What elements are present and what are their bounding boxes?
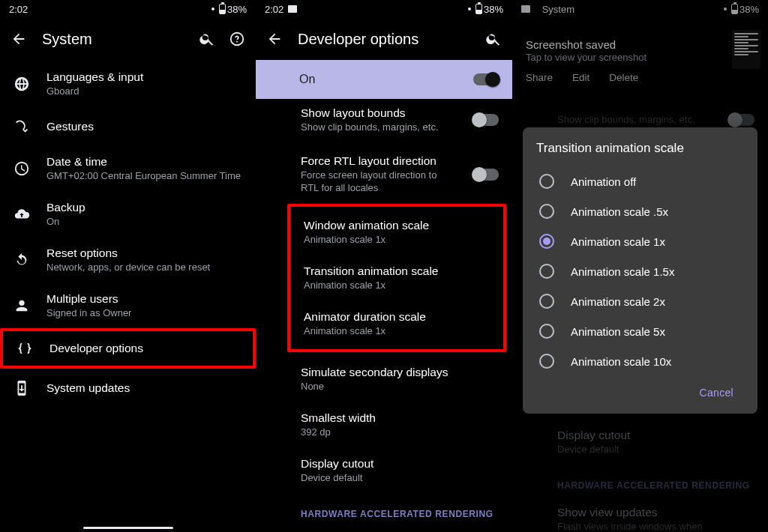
page-title: System [42,31,92,48]
reset-icon [14,252,30,268]
row-sub: Animation scale 1x [304,325,490,338]
option-label: Animation scale 5x [571,325,665,338]
gestures-icon [14,118,30,135]
master-toggle-label: On [299,73,315,86]
app-bar: System [0,18,256,60]
row-title: Backup [46,201,242,214]
row-title: Display cutout [301,457,499,471]
battery-indicator: 38% [476,4,503,15]
status-bar: 2:02 38% [256,0,512,18]
battery-icon [476,4,482,14]
radio-icon [539,204,554,219]
highlight-animation-scales: Window animation scaleAnimation scale 1x… [287,204,506,353]
row-title: Transition animation scale [304,265,490,278]
search-icon[interactable] [199,31,215,47]
row-transition-animation-scale[interactable]: Transition animation scaleAnimation scal… [290,256,503,301]
radio-icon [539,234,554,249]
toggle-layout-bounds[interactable] [473,114,499,126]
dialog-option[interactable]: Animation scale 1x [536,226,744,256]
row-languages[interactable]: Languages & inputGboard [0,61,256,107]
row-sub: Animation scale 1x [304,234,490,247]
row-sub: Gboard [46,85,242,98]
row-sub: Force screen layout direction to RTL for… [301,169,457,195]
dialog-option[interactable]: Animation scale 1.5x [536,256,744,286]
screen-system: 2:02 38% System Languages & inputGboard … [0,0,256,532]
battery-icon [219,4,226,14]
braces-icon [16,340,33,357]
option-label: Animation scale .5x [571,205,668,218]
row-reset[interactable]: Reset optionsNetwork, apps, or device ca… [0,238,256,283]
row-gestures[interactable]: Gestures [0,107,256,146]
row-title: Window animation scale [304,219,490,232]
dialog-option[interactable]: Animation scale .5x [536,196,744,226]
row-system-updates[interactable]: System updates [0,369,256,408]
row-title: Smallest width [301,411,499,425]
row-sub: None [301,381,499,393]
option-label: Animation scale 2x [571,295,665,308]
row-title: Languages & input [46,70,242,84]
master-toggle[interactable] [473,73,499,85]
row-title: Multiple users [46,292,242,306]
row-backup[interactable]: BackupOn [0,192,256,238]
section-hardware-rendering: HARDWARE ACCELERATED RENDERING [256,494,512,525]
option-label: Animation scale 1x [571,235,665,248]
help-icon[interactable] [229,31,245,47]
back-icon[interactable] [266,31,283,47]
option-label: Animation off [571,175,636,188]
option-label: Animation scale 10x [571,355,671,368]
radio-icon [539,324,554,339]
status-bar: 2:02 38% [0,0,256,18]
row-sub: Device default [301,472,499,485]
radio-icon [539,294,554,309]
dialog-option[interactable]: Animation off [536,166,744,196]
row-window-animation-scale[interactable]: Window animation scaleAnimation scale 1x [290,210,503,256]
status-time: 2:02 [9,4,28,15]
row-secondary-displays[interactable]: Simulate secondary displaysNone [256,357,512,402]
row-sub: On [46,216,242,229]
system-update-icon [14,380,30,396]
status-dot-icon [212,7,214,10]
radio-icon [539,174,554,189]
battery-text: 38% [484,4,503,15]
row-animator-duration-scale[interactable]: Animator duration scaleAnimation scale 1… [290,301,503,347]
row-layout-bounds[interactable]: Show layout boundsShow clip bounds, marg… [256,100,512,145]
radio-icon [539,264,554,279]
battery-indicator: 38% [219,4,247,15]
radio-icon [539,354,554,369]
dialog-option[interactable]: Animation scale 5x [536,316,744,346]
row-sub: Network, apps, or device can be reset [46,262,242,274]
row-sub: GMT+02:00 Central European Summer Time [46,170,242,183]
dev-list: Show layout boundsShow clip bounds, marg… [256,99,512,532]
dialog-option[interactable]: Animation scale 2x [536,286,744,316]
row-title: Animator duration scale [304,310,490,324]
highlight-dev-options: Developer options [0,328,256,369]
globe-icon [14,76,30,92]
back-icon[interactable] [10,31,27,47]
search-icon[interactable] [485,31,502,47]
master-toggle-row[interactable]: On [256,60,512,99]
row-developer-options[interactable]: Developer options [3,331,253,366]
nav-bar-handle[interactable] [83,527,173,529]
row-sub: Signed in as Owner [46,307,242,320]
row-title: Simulate secondary displays [301,366,499,379]
toggle-force-rtl[interactable] [473,169,499,181]
status-time: 2:02 [265,4,284,15]
row-users[interactable]: Multiple usersSigned in as Owner [0,283,256,329]
app-bar: Developer options [256,18,512,60]
row-title: Date & time [46,155,242,169]
row-smallest-width[interactable]: Smallest width392 dp [256,402,512,448]
row-datetime[interactable]: Date & timeGMT+02:00 Central European Su… [0,146,256,192]
row-title: System updates [46,381,242,395]
battery-text: 38% [227,4,247,15]
row-show-view-updates[interactable]: Show view updatesFlash views inside wind… [256,525,512,532]
dialog-title: Transition animation scale [536,141,744,156]
cancel-button[interactable]: Cancel [692,381,741,405]
row-sub: Animation scale 1x [304,279,490,292]
row-title: Force RTL layout direction [301,154,457,168]
row-force-rtl[interactable]: Force RTL layout directionForce screen l… [256,145,512,204]
person-icon [14,297,30,314]
row-title: Gestures [46,120,242,133]
dialog-option[interactable]: Animation scale 10x [536,346,744,376]
row-title: Show layout bounds [301,106,457,120]
row-display-cutout[interactable]: Display cutoutDevice default [256,448,512,494]
